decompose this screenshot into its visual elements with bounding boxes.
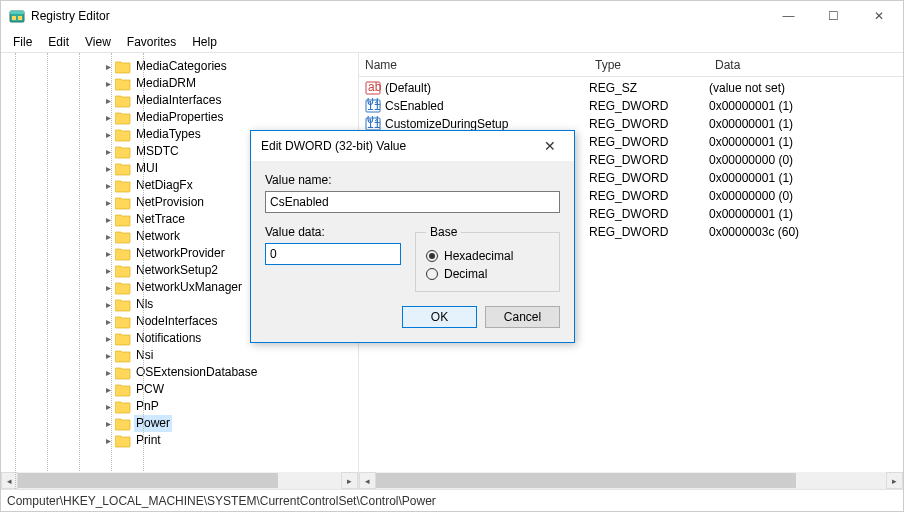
col-header-type[interactable]: Type <box>589 53 709 76</box>
folder-icon <box>115 128 131 142</box>
tree-node-label: MediaInterfaces <box>134 92 223 109</box>
svg-text:ab: ab <box>368 80 381 94</box>
folder-icon <box>115 94 131 108</box>
tree-node-label: Nls <box>134 296 155 313</box>
value-data: 0x00000000 (0) <box>709 189 889 203</box>
chevron-right-icon[interactable]: ▸ <box>101 347 115 364</box>
scroll-right-button[interactable]: ▸ <box>886 472 903 489</box>
chevron-right-icon[interactable]: ▸ <box>101 415 115 432</box>
tree-node-label: PCW <box>134 381 166 398</box>
chevron-right-icon[interactable]: ▸ <box>101 398 115 415</box>
tree-node[interactable]: ▸OSExtensionDatabase <box>1 364 358 381</box>
menu-view[interactable]: View <box>77 33 119 51</box>
tree-node[interactable]: ▸Nsi <box>1 347 358 364</box>
menu-bar: File Edit View Favorites Help <box>1 31 903 53</box>
chevron-right-icon[interactable]: ▸ <box>101 92 115 109</box>
menu-help[interactable]: Help <box>184 33 225 51</box>
tree-node-label: Power <box>134 415 172 432</box>
chevron-right-icon[interactable]: ▸ <box>101 381 115 398</box>
chevron-right-icon[interactable]: ▸ <box>101 160 115 177</box>
cancel-button[interactable]: Cancel <box>485 306 560 328</box>
scroll-left-button[interactable]: ◂ <box>1 472 18 489</box>
chevron-right-icon[interactable]: ▸ <box>101 313 115 330</box>
app-icon <box>9 8 25 24</box>
scroll-track[interactable] <box>18 472 341 489</box>
tree-node[interactable]: ▸PnP <box>1 398 358 415</box>
radio-hexadecimal[interactable]: Hexadecimal <box>426 249 549 263</box>
maximize-button[interactable]: ☐ <box>811 1 856 31</box>
tree-node-label: MediaCategories <box>134 58 229 75</box>
value-type: REG_DWORD <box>589 135 709 149</box>
folder-icon <box>115 383 131 397</box>
dialog-titlebar[interactable]: Edit DWORD (32-bit) Value ✕ <box>251 131 574 161</box>
list-row[interactable]: ab(Default)REG_SZ(value not set) <box>359 79 903 97</box>
dialog-title: Edit DWORD (32-bit) Value <box>261 139 536 153</box>
folder-icon <box>115 264 131 278</box>
radio-icon <box>426 250 438 262</box>
dialog-close-button[interactable]: ✕ <box>536 132 564 160</box>
radio-dec-label: Decimal <box>444 267 487 281</box>
tree-h-scrollbar[interactable]: ◂ ▸ <box>1 472 358 489</box>
chevron-right-icon[interactable]: ▸ <box>101 245 115 262</box>
svg-text:110: 110 <box>367 99 381 113</box>
svg-rect-3 <box>18 16 22 20</box>
folder-icon <box>115 349 131 363</box>
tree-node[interactable]: ▸MediaCategories <box>1 58 358 75</box>
menu-file[interactable]: File <box>5 33 40 51</box>
chevron-right-icon[interactable]: ▸ <box>101 194 115 211</box>
tree-node-label: MediaDRM <box>134 75 198 92</box>
tree-node-label: Print <box>134 432 163 449</box>
tree-node[interactable]: ▸Power <box>1 415 358 432</box>
value-type: REG_DWORD <box>589 225 709 239</box>
folder-icon <box>115 230 131 244</box>
chevron-right-icon[interactable]: ▸ <box>101 211 115 228</box>
list-row[interactable]: 011110CsEnabledREG_DWORD0x00000001 (1) <box>359 97 903 115</box>
chevron-right-icon[interactable]: ▸ <box>101 262 115 279</box>
folder-icon <box>115 60 131 74</box>
folder-icon <box>115 400 131 414</box>
folder-icon <box>115 315 131 329</box>
chevron-right-icon[interactable]: ▸ <box>101 279 115 296</box>
radio-decimal[interactable]: Decimal <box>426 267 549 281</box>
chevron-right-icon[interactable]: ▸ <box>101 364 115 381</box>
tree-node[interactable]: ▸PCW <box>1 381 358 398</box>
menu-edit[interactable]: Edit <box>40 33 77 51</box>
scroll-right-button[interactable]: ▸ <box>341 472 358 489</box>
value-data-field[interactable] <box>265 243 401 265</box>
ok-button[interactable]: OK <box>402 306 477 328</box>
tree-node[interactable]: ▸MediaProperties <box>1 109 358 126</box>
chevron-right-icon[interactable]: ▸ <box>101 75 115 92</box>
tree-node-label: MediaTypes <box>134 126 203 143</box>
tree-node-label: NetworkSetup2 <box>134 262 220 279</box>
chevron-right-icon[interactable]: ▸ <box>101 126 115 143</box>
minimize-button[interactable]: — <box>766 1 811 31</box>
col-header-data[interactable]: Data <box>709 53 889 76</box>
chevron-right-icon[interactable]: ▸ <box>101 296 115 313</box>
menu-favorites[interactable]: Favorites <box>119 33 184 51</box>
tree-node[interactable]: ▸MediaDRM <box>1 75 358 92</box>
chevron-right-icon[interactable]: ▸ <box>101 58 115 75</box>
close-button[interactable]: ✕ <box>856 1 901 31</box>
scroll-thumb[interactable] <box>18 473 278 488</box>
chevron-right-icon[interactable]: ▸ <box>101 143 115 160</box>
tree-node-label: MSDTC <box>134 143 181 160</box>
chevron-right-icon[interactable]: ▸ <box>101 109 115 126</box>
col-header-name[interactable]: Name <box>359 53 589 76</box>
tree-node[interactable]: ▸MediaInterfaces <box>1 92 358 109</box>
tree-node[interactable]: ▸Print <box>1 432 358 449</box>
scroll-track[interactable] <box>376 472 886 489</box>
folder-icon <box>115 145 131 159</box>
list-h-scrollbar[interactable]: ◂ ▸ <box>359 472 903 489</box>
scroll-left-button[interactable]: ◂ <box>359 472 376 489</box>
folder-icon <box>115 111 131 125</box>
base-fieldset: Base Hexadecimal Decimal <box>415 225 560 292</box>
chevron-right-icon[interactable]: ▸ <box>101 330 115 347</box>
svg-text:110: 110 <box>367 117 381 131</box>
chevron-right-icon[interactable]: ▸ <box>101 177 115 194</box>
folder-icon <box>115 247 131 261</box>
scroll-thumb[interactable] <box>376 473 796 488</box>
chevron-right-icon[interactable]: ▸ <box>101 228 115 245</box>
value-name-field[interactable] <box>265 191 560 213</box>
chevron-right-icon[interactable]: ▸ <box>101 432 115 449</box>
title-bar[interactable]: Registry Editor — ☐ ✕ <box>1 1 903 31</box>
